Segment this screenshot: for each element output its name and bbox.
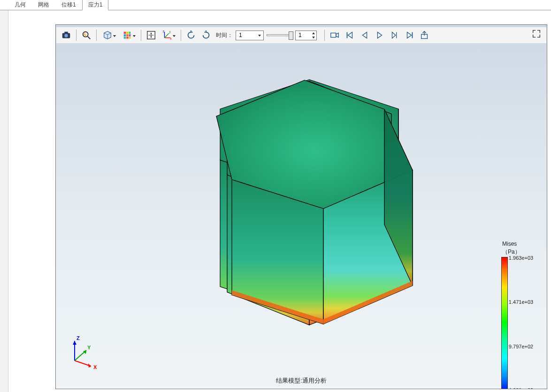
svg-marker-58 (407, 32, 412, 38)
svg-rect-37 (129, 34, 131, 37)
svg-rect-40 (129, 37, 131, 39)
fit-view-button[interactable] (144, 29, 158, 42)
legend-title-1: Mises (501, 241, 541, 247)
svg-rect-35 (124, 34, 126, 37)
export-animation-button[interactable] (418, 29, 432, 42)
rotate-ccw-icon (186, 30, 196, 40)
svg-text:y: y (169, 30, 171, 34)
svg-rect-32 (124, 32, 126, 34)
svg-marker-53 (348, 32, 352, 38)
axes-triad: X Y Z (65, 332, 103, 370)
result-viewport: X Y Z Mises （Pa） 1.963e+03 1.471e+03 9.7… (8, 10, 551, 392)
last-frame-button[interactable] (403, 29, 417, 42)
magnifier-bolt-icon (81, 30, 92, 40)
step-forward-icon (390, 30, 400, 40)
time-slider[interactable] (267, 34, 292, 36)
expand-icon (531, 29, 542, 39)
svg-text:z: z (163, 30, 164, 33)
rotate-cw-button[interactable] (199, 29, 213, 42)
export-icon (420, 30, 430, 40)
rotate-ccw-button[interactable] (184, 29, 198, 42)
xyz-axes-icon: zyx (162, 30, 172, 40)
svg-rect-38 (124, 37, 126, 39)
svg-marker-21 (73, 341, 77, 345)
cube-wire-icon (102, 30, 113, 40)
svg-rect-50 (331, 33, 336, 37)
skip-last-icon (405, 30, 415, 40)
camcorder-icon (329, 30, 340, 40)
skip-first-icon (344, 30, 355, 40)
record-button[interactable] (328, 29, 342, 42)
rubik-icon (122, 30, 132, 40)
tab-stress[interactable]: 应力1 (82, 0, 109, 10)
frame-spinner[interactable]: 1 (295, 30, 317, 40)
svg-line-46 (165, 33, 169, 38)
legend-tick-3: 4.881e+02 (509, 387, 533, 389)
legend-colorbar (501, 257, 508, 389)
play-left-icon (360, 30, 370, 40)
svg-marker-15 (88, 363, 91, 368)
play-right-icon (375, 30, 385, 40)
colormap-dropdown[interactable] (119, 29, 138, 42)
camera-icon (61, 30, 71, 40)
legend-tick-0: 1.963e+03 (509, 255, 533, 261)
fit-screen-icon (146, 30, 156, 40)
legend-tick-labels: 1.963e+03 1.471e+03 9.797e+02 4.881e+02 (509, 257, 541, 389)
svg-text:x: x (170, 37, 172, 40)
maximize-view-button[interactable] (529, 27, 543, 40)
model-hex-prism (178, 76, 441, 339)
svg-marker-55 (377, 32, 382, 38)
screenshot-button[interactable] (59, 29, 73, 42)
svg-marker-54 (362, 32, 367, 38)
probe-button[interactable] (79, 29, 93, 42)
svg-marker-56 (392, 32, 396, 38)
svg-text:Z: Z (77, 335, 80, 341)
svg-rect-33 (126, 32, 129, 34)
svg-text:Y: Y (87, 345, 91, 350)
svg-marker-51 (336, 33, 339, 37)
svg-rect-34 (129, 32, 131, 34)
play-forward-button[interactable] (373, 29, 387, 42)
step-forward-button[interactable] (388, 29, 402, 42)
graphics-canvas[interactable]: X Y Z Mises （Pa） 1.963e+03 1.471e+03 9.7… (55, 24, 547, 389)
left-dock-strip (0, 10, 8, 392)
time-label: 时间： (216, 31, 233, 39)
svg-rect-36 (126, 34, 129, 37)
display-style-dropdown[interactable] (99, 29, 118, 42)
tab-displacement[interactable]: 位移1 (55, 0, 82, 10)
svg-rect-39 (126, 37, 129, 39)
rotate-cw-icon (201, 30, 211, 40)
legend-tick-1: 1.471e+03 (509, 299, 533, 305)
svg-rect-25 (64, 32, 68, 34)
play-back-button[interactable] (358, 29, 372, 42)
svg-text:X: X (93, 364, 97, 370)
model-caption: 结果模型:通用分析 (276, 377, 327, 385)
time-combo[interactable]: 1 (236, 30, 264, 40)
tab-geometry[interactable]: 几何 (8, 0, 32, 10)
svg-line-27 (88, 37, 91, 39)
view-tabs: 几何 网格 位移1 应力1 (0, 0, 551, 10)
result-toolbar: zyx 时间： 1 1 (56, 27, 546, 43)
legend-tick-2: 9.797e+02 (509, 344, 533, 349)
tab-mesh[interactable]: 网格 (32, 0, 55, 10)
color-legend: Mises （Pa） 1.963e+03 1.471e+03 9.797e+02… (501, 241, 541, 389)
first-frame-button[interactable] (343, 29, 357, 42)
axis-orientation-dropdown[interactable]: zyx (159, 29, 178, 42)
svg-point-24 (64, 34, 68, 37)
